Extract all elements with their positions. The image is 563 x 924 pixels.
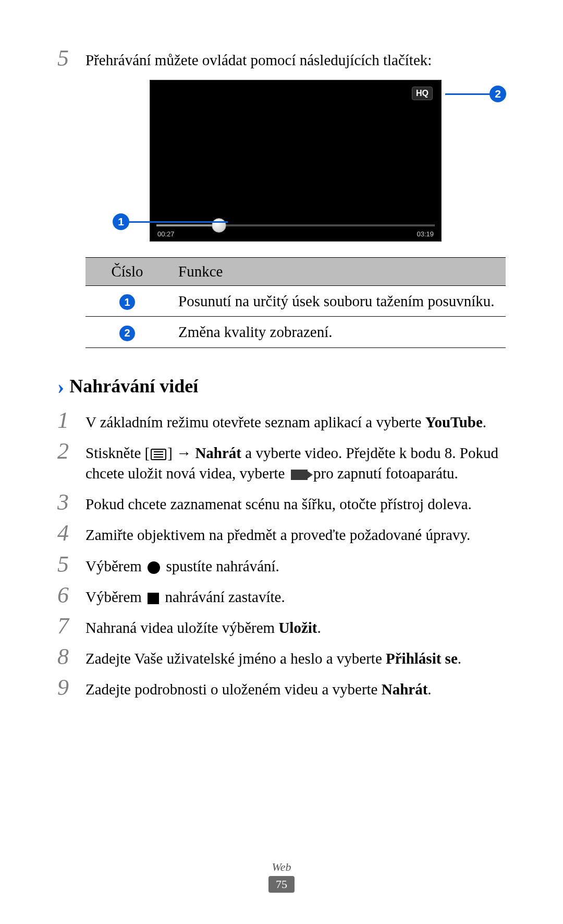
step-text: Zamiřte objektivem na předmět a proveďte… bbox=[85, 522, 506, 545]
time-elapsed: 00:27 bbox=[157, 230, 175, 238]
row-desc: Změna kvality zobrazení. bbox=[169, 317, 506, 347]
step-text: Zadejte podrobnosti o uloženém videu a v… bbox=[85, 676, 506, 700]
page-footer: Web 75 bbox=[0, 860, 563, 893]
number-badge: 1 bbox=[119, 294, 135, 310]
step-text: Pokud chcete zaznamenat scénu na šířku, … bbox=[85, 491, 506, 514]
col-function: Funkce bbox=[169, 258, 506, 286]
step-number: 4 bbox=[57, 522, 85, 545]
step: 1V základním režimu otevřete seznam apli… bbox=[57, 409, 506, 433]
step-text: Stiskněte [] → Nahrát a vyberte video. P… bbox=[85, 440, 506, 484]
step: 4Zamiřte objektivem na předmět a proveďt… bbox=[57, 522, 506, 545]
step: 5Výběrem spustíte nahrávání. bbox=[57, 553, 506, 577]
step-text: Nahraná videa uložíte výběrem Uložit. bbox=[85, 615, 506, 638]
section-title: Nahrávání videí bbox=[69, 375, 198, 397]
seek-bar-fill bbox=[156, 224, 219, 226]
callout-badge-1: 1 bbox=[113, 213, 129, 230]
callout-table: Číslo Funkce 1Posunutí na určitý úsek so… bbox=[85, 257, 506, 348]
col-number: Číslo bbox=[85, 258, 169, 286]
table-row: 1Posunutí na určitý úsek souboru tažením… bbox=[85, 286, 506, 317]
footer-category: Web bbox=[0, 860, 563, 874]
video-player: HQ 00:27 03:19 bbox=[150, 80, 442, 242]
section-heading: › Nahrávání videí bbox=[57, 374, 506, 399]
record-icon bbox=[148, 561, 160, 574]
step: 6Výběrem nahrávání zastavíte. bbox=[57, 584, 506, 607]
step-text: V základním režimu otevřete seznam aplik… bbox=[85, 409, 506, 433]
step-text: Zadejte Vaše uživatelské jméno a heslo a… bbox=[85, 645, 506, 669]
step-number: 7 bbox=[57, 615, 85, 638]
step: 3Pokud chcete zaznamenat scénu na šířku,… bbox=[57, 491, 506, 514]
number-badge: 2 bbox=[119, 326, 135, 341]
step-text: Výběrem spustíte nahrávání. bbox=[85, 553, 506, 577]
callout-badge-2: 2 bbox=[489, 86, 506, 102]
callout-line-2 bbox=[445, 93, 492, 95]
table-row: 2Změna kvality zobrazení. bbox=[85, 317, 506, 347]
step-number: 5 bbox=[57, 47, 85, 70]
step-number: 2 bbox=[57, 440, 85, 463]
row-badge-cell: 1 bbox=[85, 286, 169, 317]
step-number: 5 bbox=[57, 553, 85, 576]
step-5-top: 5 Přehrávání můžete ovládat pomocí násle… bbox=[57, 47, 506, 70]
callout-line-1 bbox=[126, 221, 228, 223]
step: 7Nahraná videa uložíte výběrem Uložit. bbox=[57, 615, 506, 638]
step-text: Přehrávání můžete ovládat pomocí následu… bbox=[85, 47, 506, 70]
video-illustration: HQ 00:27 03:19 1 2 bbox=[85, 80, 506, 242]
step: 2Stiskněte [] → Nahrát a vyberte video. … bbox=[57, 440, 506, 484]
seek-thumb bbox=[212, 218, 226, 233]
step: 9Zadejte podrobnosti o uloženém videu a … bbox=[57, 676, 506, 700]
step-number: 9 bbox=[57, 676, 85, 699]
menu-icon bbox=[151, 449, 166, 460]
page-number: 75 bbox=[268, 876, 295, 893]
stop-icon bbox=[148, 593, 159, 604]
row-desc: Posunutí na určitý úsek souboru tažením … bbox=[169, 286, 506, 317]
step-number: 3 bbox=[57, 491, 85, 514]
step-number: 1 bbox=[57, 409, 85, 432]
step-number: 8 bbox=[57, 645, 85, 668]
camera-icon bbox=[291, 470, 308, 480]
step-number: 6 bbox=[57, 584, 85, 607]
row-badge-cell: 2 bbox=[85, 317, 169, 347]
step-text: Výběrem nahrávání zastavíte. bbox=[85, 584, 506, 607]
step: 8Zadejte Vaše uživatelské jméno a heslo … bbox=[57, 645, 506, 669]
chevron-icon: › bbox=[57, 374, 64, 399]
hq-badge: HQ bbox=[412, 87, 433, 100]
time-total: 03:19 bbox=[417, 230, 434, 238]
